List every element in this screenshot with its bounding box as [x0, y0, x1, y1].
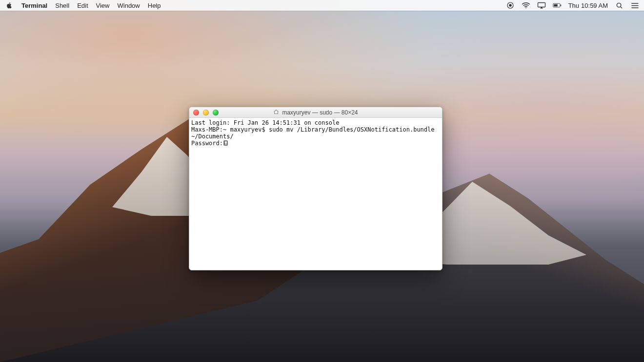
svg-line-8	[620, 6, 622, 8]
password-key-icon	[223, 140, 228, 146]
menubar-item-edit[interactable]: Edit	[77, 2, 88, 9]
window-zoom-button[interactable]	[213, 110, 219, 115]
wifi-icon[interactable]	[522, 1, 530, 10]
menubar-item-help[interactable]: Help	[148, 2, 161, 9]
svg-point-1	[509, 4, 511, 6]
window-titlebar[interactable]: maxyuryev — sudo — 80×24	[189, 107, 442, 118]
menubar-item-shell[interactable]: Shell	[55, 2, 69, 9]
window-minimize-button[interactable]	[203, 110, 209, 115]
svg-point-7	[617, 3, 621, 7]
menubar: Terminal Shell Edit View Window Help Thu…	[0, 0, 644, 11]
desktop: Terminal Shell Edit View Window Help Thu…	[0, 0, 644, 362]
menubar-clock-time[interactable]: 10:59 AM	[581, 2, 608, 9]
svg-rect-5	[560, 5, 561, 6]
notification-center-icon[interactable]	[630, 1, 639, 10]
screen-record-icon[interactable]	[506, 1, 515, 10]
terminal-line-0: Last login: Fri Jan 26 14:51:31 on conso…	[191, 119, 339, 126]
window-title: maxyuryev — sudo — 80×24	[282, 109, 358, 116]
apple-menu-icon[interactable]	[5, 1, 14, 10]
terminal-content[interactable]: Last login: Fri Jan 26 14:51:31 on conso…	[189, 118, 442, 270]
terminal-line-2: Password:	[191, 140, 223, 147]
terminal-line-1: Maxs-MBP:~ maxyuryev$ sudo mv /Library/B…	[191, 126, 438, 140]
spotlight-icon[interactable]	[615, 1, 624, 10]
terminal-window[interactable]: maxyuryev — sudo — 80×24 Last login: Fri…	[189, 107, 443, 270]
menubar-item-view[interactable]: View	[96, 2, 110, 9]
battery-icon[interactable]	[553, 1, 562, 10]
svg-rect-3	[538, 3, 545, 7]
airplay-icon[interactable]	[537, 1, 546, 10]
home-folder-icon	[273, 109, 279, 116]
window-close-button[interactable]	[193, 110, 199, 115]
menubar-clock-day[interactable]: Thu	[568, 2, 579, 9]
menubar-item-window[interactable]: Window	[118, 2, 140, 9]
menubar-app-name[interactable]: Terminal	[21, 2, 47, 9]
svg-rect-6	[554, 4, 558, 7]
svg-point-2	[525, 7, 526, 8]
